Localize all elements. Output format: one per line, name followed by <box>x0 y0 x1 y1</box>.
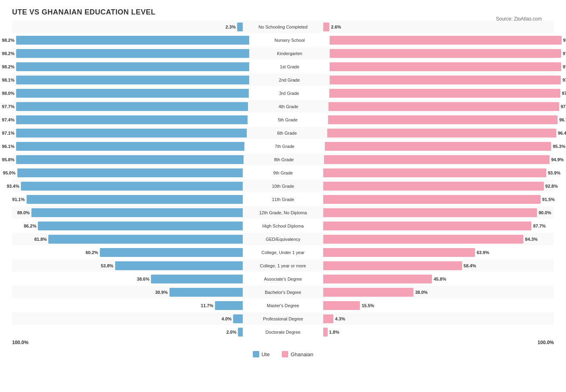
chart-row: 97.1% 6th Grade 96.4% <box>12 127 554 139</box>
row-label: 8th Grade <box>244 157 324 162</box>
chart-row: 98.2% Nursery School 97.5% <box>12 34 554 46</box>
bar-left: 97.4% <box>16 115 248 124</box>
chart-row: 98.2% 1st Grade 97.4% <box>12 60 554 73</box>
chart-row: 60.2% College, Under 1 year 63.9% <box>12 246 554 259</box>
bar-left: 97.7% <box>16 102 248 111</box>
left-section: 97.7% <box>16 100 248 113</box>
val-right: 15.5% <box>361 303 374 308</box>
val-left: 98.2% <box>2 64 14 69</box>
right-section: 84.3% <box>323 233 550 245</box>
chart-row: 89.0% 12th Grade, No Diploma 90.0% <box>12 206 554 219</box>
val-left: 2.0% <box>226 330 236 335</box>
row-label: 6th Grade <box>247 131 327 135</box>
chart-title: UTE VS GHANAIAN EDUCATION LEVEL <box>12 8 554 16</box>
bar-left: 98.0% <box>16 89 249 98</box>
bar-left: 93.4% <box>21 182 243 191</box>
legend-ute-box <box>253 351 259 357</box>
val-right: 97.4% <box>562 78 566 82</box>
bar-right: 90.0% <box>323 208 537 217</box>
left-section: 98.1% <box>16 74 249 86</box>
left-section: 4.0% <box>16 312 243 325</box>
chart-row: 81.8% GED/Equivalency 84.3% <box>12 233 554 245</box>
chart-row: 97.7% 4th Grade 97.0% <box>12 100 554 113</box>
chart-row: 96.1% 7th Grade 95.3% <box>12 140 554 152</box>
row-label: High School Diploma <box>243 224 323 228</box>
bar-right: 94.9% <box>324 155 549 164</box>
chart-row: 2.0% Doctorate Degree 1.8% <box>12 326 554 338</box>
bar-row-container: 93.4% 10th Grade 92.8% <box>12 180 554 192</box>
bar-left: 95.0% <box>17 168 243 177</box>
bar-row-container: 96.1% 7th Grade 95.3% <box>12 140 554 152</box>
row-label: Associate's Degree <box>243 277 323 281</box>
val-left: 98.1% <box>2 78 14 82</box>
chart-row: 93.4% 10th Grade 92.8% <box>12 180 554 192</box>
bar-left: 11.7% <box>215 301 243 310</box>
left-section: 97.1% <box>16 127 247 139</box>
val-left: 97.1% <box>2 131 14 135</box>
chart-row: 86.2% High School Diploma 87.7% <box>12 220 554 232</box>
bar-right: 45.8% <box>323 275 432 283</box>
right-section: 96.4% <box>327 127 556 139</box>
right-section: 63.9% <box>323 246 550 259</box>
left-section: 38.6% <box>16 273 243 285</box>
row-label: Doctorate Degree <box>243 330 323 335</box>
bar-row-container: 97.7% 4th Grade 97.0% <box>12 100 554 113</box>
bar-left: 96.1% <box>16 142 244 151</box>
val-left: 97.4% <box>2 117 14 122</box>
chart-row: 98.1% 2nd Grade 97.4% <box>12 74 554 86</box>
right-section: 97.4% <box>330 60 561 73</box>
bar-row-container: 97.1% 6th Grade 96.4% <box>12 127 554 139</box>
bar-left: 81.8% <box>48 235 243 244</box>
row-label: 12th Grade, No Diploma <box>243 210 323 215</box>
right-section: 15.5% <box>323 299 550 312</box>
bar-right: 93.9% <box>323 168 546 177</box>
bar-row-container: 98.2% 1st Grade 97.4% <box>12 60 554 73</box>
bar-row-container: 2.0% Doctorate Degree 1.8% <box>12 326 554 338</box>
row-label: Bachelor's Degree <box>243 290 323 295</box>
axis-labels: 100.0% 100.0% <box>12 340 554 345</box>
chart-row: 30.9% Bachelor's Degree 38.0% <box>12 286 554 298</box>
right-section: 4.3% <box>323 312 550 325</box>
bar-right: 97.5% <box>330 36 561 45</box>
bar-row-container: 53.8% College, 1 year or more 58.4% <box>12 259 554 272</box>
val-right: 97.4% <box>563 51 566 56</box>
bar-left: 60.2% <box>100 248 243 257</box>
val-left: 98.2% <box>2 38 14 43</box>
chart-row: 98.0% 3rd Grade 97.2% <box>12 87 554 99</box>
val-right: 58.4% <box>464 263 476 268</box>
bar-left: 30.9% <box>169 288 243 297</box>
row-label: 11th Grade <box>243 197 323 202</box>
val-right: 97.2% <box>562 91 566 96</box>
row-label: 5th Grade <box>248 117 328 122</box>
val-right: 91.5% <box>542 197 555 202</box>
bar-right: 15.5% <box>323 301 360 310</box>
left-section: 30.9% <box>16 286 243 298</box>
right-section: 58.4% <box>323 259 550 272</box>
val-left: 95.8% <box>2 157 14 162</box>
right-section: 97.2% <box>329 87 560 99</box>
bar-right: 38.0% <box>323 288 413 297</box>
bar-row-container: 11.7% Master's Degree 15.5% <box>12 299 554 312</box>
right-section: 45.8% <box>323 273 550 285</box>
left-section: 89.0% <box>16 206 243 219</box>
bar-row-container: 95.8% 8th Grade 94.9% <box>12 153 554 166</box>
row-label: GED/Equivalency <box>243 237 323 242</box>
val-right: 90.0% <box>539 210 551 215</box>
val-right: 38.0% <box>415 290 428 295</box>
bar-right: 1.8% <box>323 328 328 337</box>
bar-left: 98.2% <box>16 49 249 58</box>
bar-right: 4.3% <box>323 314 333 323</box>
row-label: College, Under 1 year <box>243 250 323 255</box>
chart-row: 53.8% College, 1 year or more 58.4% <box>12 259 554 272</box>
bar-row-container: 95.0% 9th Grade 93.9% <box>12 166 554 179</box>
legend-ute: Ute <box>253 351 270 357</box>
row-label: No Schooling Completed <box>243 25 323 29</box>
legend: Ute Ghanaian <box>12 351 554 357</box>
legend-ghanaian-box <box>282 351 288 357</box>
right-section: 96.7% <box>328 113 558 126</box>
left-section: 86.2% <box>16 220 243 232</box>
bar-row-container: 89.0% 12th Grade, No Diploma 90.0% <box>12 206 554 219</box>
bar-right: 63.9% <box>323 248 475 257</box>
bar-row-container: 98.2% Kindergarten 97.4% <box>12 47 554 60</box>
bar-right: 95.3% <box>325 142 551 151</box>
